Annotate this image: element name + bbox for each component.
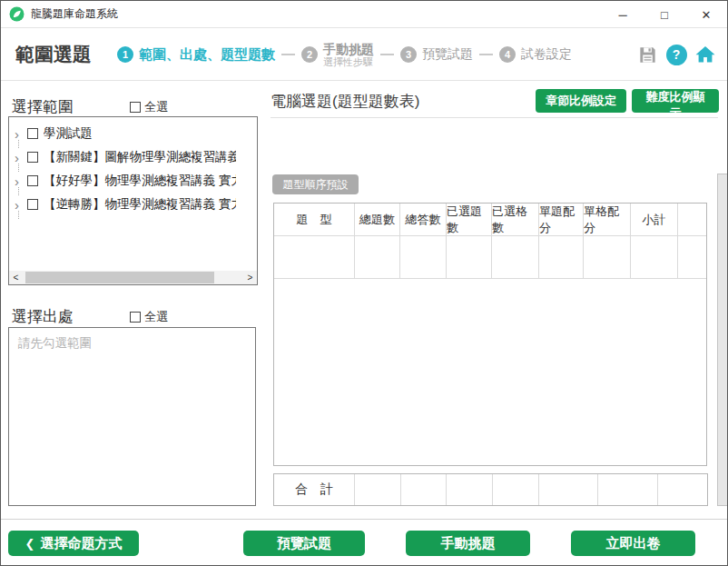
expand-arrow-icon[interactable]: › [15, 174, 27, 188]
total-label: 合 計 [274, 474, 355, 505]
expand-arrow-icon[interactable]: › [15, 127, 27, 141]
home-icon[interactable] [694, 44, 716, 65]
header-icons: ? [636, 28, 716, 81]
step-2-label: 手動挑題 [323, 42, 374, 56]
empty-cell [355, 236, 400, 279]
panel-divider [271, 117, 718, 118]
step-2-number: 2 [301, 46, 318, 63]
close-button[interactable]: ✕ [685, 1, 727, 28]
chapter-ratio-button[interactable]: 章節比例設定 [536, 89, 626, 113]
wizard-steps: 1 範圍、出處、題型題數 2 手動挑題 選擇性步驟 3 預覽試題 4 試卷設定 [117, 28, 572, 81]
total-cell [658, 474, 707, 505]
col-total-answers: 總答數 [400, 204, 447, 236]
step-4-label: 試卷設定 [521, 46, 572, 63]
preview-questions-button[interactable]: 預覽試題 [243, 531, 365, 556]
empty-cell [400, 236, 447, 279]
tree-item-checkbox[interactable] [27, 128, 38, 139]
col-subtotal: 小計 [631, 204, 678, 236]
range-tree: › 學測試題 › 【新關鍵】圖解物理學測總複習講義 實力評量 › 【好好學】物理… [8, 116, 258, 285]
expand-arrow-icon[interactable]: › [15, 151, 27, 164]
question-type-table: 題 型 總題數 總答數 已選題數 已選格數 單題配分 單格配分 小計 [273, 203, 707, 466]
help-icon[interactable]: ? [665, 44, 687, 65]
step-divider [380, 54, 394, 55]
col-selected-questions: 已選題數 [447, 204, 492, 236]
total-cell [539, 474, 598, 505]
window-title: 龍騰題庫命題系統 [31, 6, 118, 22]
col-question-type: 題 型 [274, 204, 355, 236]
minimize-button[interactable]: ─ [602, 1, 644, 28]
generate-paper-button[interactable]: 立即出卷 [571, 531, 695, 556]
source-list[interactable]: 請先勾選範圍 [8, 327, 256, 506]
step-3-label: 預覽試題 [422, 46, 473, 63]
total-cell [355, 474, 401, 505]
chevron-left-icon: ❮ [25, 537, 35, 551]
total-cell [493, 474, 539, 505]
step-divider [281, 54, 295, 55]
step-2-manual-pick[interactable]: 2 手動挑題 選擇性步驟 [301, 42, 374, 68]
scroll-right-icon[interactable]: > [243, 271, 257, 284]
empty-cell [539, 236, 584, 279]
step-3-number: 3 [400, 46, 417, 63]
step-divider [479, 54, 493, 55]
total-cell [598, 474, 658, 505]
tree-item-new-key[interactable]: › 【新關鍵】圖解物理學測總複習講義 實力評量 [9, 145, 257, 169]
maximize-button[interactable]: □ [644, 1, 685, 28]
step-4-number: 4 [499, 46, 516, 63]
header: 範圍選題 1 範圍、出處、題型題數 2 手動挑題 選擇性步驟 3 預覽試題 4 [1, 28, 727, 81]
table-vertical-scrollbar[interactable] [717, 174, 728, 506]
step-3-preview[interactable]: 3 預覽試題 [400, 46, 473, 63]
step-4-paper-settings[interactable]: 4 試卷設定 [499, 46, 572, 63]
difficulty-ratio-button[interactable]: 難度比例顯示 [632, 89, 719, 113]
app-logo-icon [9, 6, 25, 22]
tree-horizontal-scrollbar[interactable]: < > [9, 271, 257, 284]
source-select-all-checkbox[interactable] [130, 312, 141, 323]
empty-cell [678, 236, 706, 279]
source-select-all[interactable]: 全選 [130, 309, 168, 325]
total-cell [447, 474, 493, 505]
empty-cell [584, 236, 631, 279]
table-header-row: 題 型 總題數 總答數 已選題數 已選格數 單題配分 單格配分 小計 [274, 204, 706, 236]
col-points-per-cell: 單格配分 [584, 204, 631, 236]
range-section-title: 選擇範圍 [12, 96, 74, 117]
app-window: 龍騰題庫命題系統 ─ □ ✕ 範圍選題 1 範圍、出處、題型題數 2 手動挑題 … [0, 0, 728, 566]
type-order-default-button[interactable]: 題型順序預設 [272, 174, 359, 194]
page-title: 範圍選題 [15, 28, 92, 81]
source-section-title: 選擇出處 [12, 306, 74, 327]
step-2-sublabel: 選擇性步驟 [323, 56, 374, 68]
bottom-divider [1, 519, 727, 520]
step-1-number: 1 [117, 46, 133, 63]
window-controls: ─ □ ✕ [602, 1, 727, 28]
save-icon[interactable] [636, 44, 658, 65]
scroll-left-icon[interactable]: < [9, 271, 23, 284]
total-row: 合 計 [273, 473, 708, 506]
col-total-questions: 總題數 [355, 204, 400, 236]
tree-item-comeback[interactable]: › 【逆轉勝】物理學測總複習講義 實力評量 [9, 193, 257, 216]
table-empty-row [274, 236, 706, 279]
tree-item-checkbox[interactable] [27, 152, 38, 163]
step-1-range[interactable]: 1 範圍、出處、題型題數 [117, 46, 275, 64]
range-select-all-checkbox[interactable] [130, 102, 141, 113]
tree-item-study-well[interactable]: › 【好好學】物理學測總複習講義 實力評量 [9, 169, 257, 193]
tree-item-exam-questions[interactable]: › 學測試題 [9, 122, 257, 145]
empty-cell [492, 236, 539, 279]
manual-pick-button[interactable]: 手動挑題 [406, 531, 530, 556]
tree-item-checkbox[interactable] [27, 199, 38, 210]
empty-cell [274, 236, 355, 279]
panel-title: 電腦選題(題型題數表) [271, 91, 419, 112]
col-selected-cells: 已選格數 [492, 204, 539, 236]
step-1-label: 範圍、出處、題型題數 [139, 46, 275, 64]
choose-method-back-button[interactable]: ❮ 選擇命題方式 [8, 531, 139, 556]
source-placeholder: 請先勾選範圍 [9, 328, 255, 359]
expand-arrow-icon[interactable]: › [15, 198, 27, 212]
col-blank [678, 204, 706, 236]
scrollbar-thumb[interactable] [25, 272, 214, 283]
total-cell [401, 474, 447, 505]
range-select-all[interactable]: 全選 [130, 99, 168, 115]
empty-cell [631, 236, 678, 279]
empty-cell [447, 236, 492, 279]
col-points-per-question: 單題配分 [539, 204, 584, 236]
title-bar: 龍騰題庫命題系統 ─ □ ✕ [1, 1, 727, 28]
tree-item-checkbox[interactable] [27, 175, 38, 186]
